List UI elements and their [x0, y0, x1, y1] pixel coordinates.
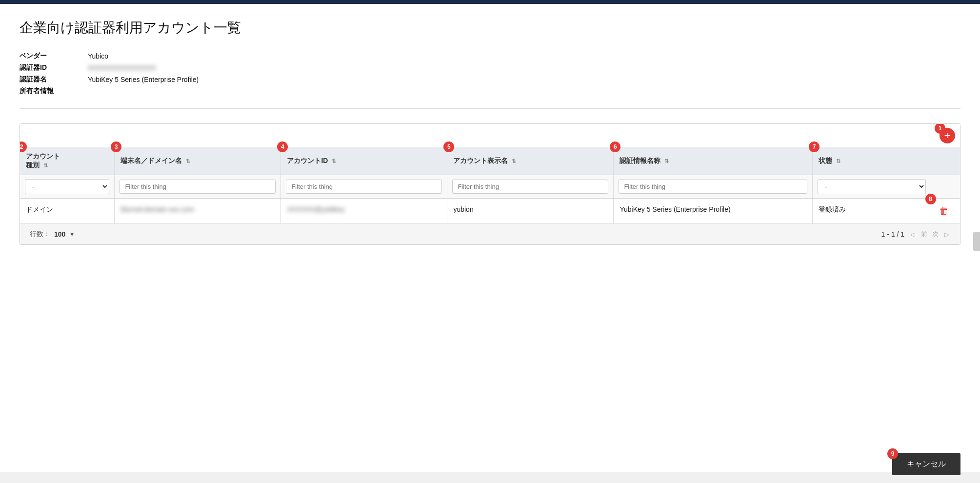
plus-icon: + [944, 130, 951, 141]
bottom-bar: 9 キャンセル [0, 445, 980, 483]
add-btn-container: 1 + [20, 124, 960, 147]
delete-button[interactable]: 🗑 [937, 205, 951, 217]
table-body: ドメイン blurred-domain-xxx.com XXXXXX@yubik… [20, 199, 960, 224]
owner-label: 所有者情報 [20, 87, 88, 96]
authenticator-name-label: 認証器名 [20, 75, 88, 84]
filter-actions-cell [931, 175, 960, 199]
table-footer: 行数： 100 ▼ 1 - 1 / 1 ◁ 前 次 ▷ [20, 223, 960, 244]
table-header-row: 2 アカウント種別 ⇅ 3 端末名／ドメイン名 ⇅ 4 アカウントID ⇅ [20, 147, 960, 175]
authenticator-id-value: XXXXXXXXXXXXXXX [88, 64, 156, 72]
badge-8: 8 [925, 194, 936, 204]
col-account-type: 2 アカウント種別 ⇅ [20, 147, 115, 175]
rows-label: 行数： [30, 230, 50, 239]
sort-icon-auth-info: ⇅ [664, 158, 669, 164]
badge-5: 5 [443, 141, 454, 152]
filter-account-type-cell: - ドメイン [20, 175, 115, 199]
badge-7: 7 [809, 141, 820, 152]
scroll-handle[interactable] [973, 232, 980, 251]
filter-account-display-input[interactable] [452, 180, 608, 194]
sort-icon-device-name: ⇅ [186, 158, 190, 164]
badge-3: 3 [111, 141, 121, 152]
filter-account-display-cell [447, 175, 614, 199]
pagination: 1 - 1 / 1 ◁ 前 次 ▷ [881, 230, 950, 239]
next-label: 次 [932, 230, 939, 239]
authenticator-name-value: YubiKey 5 Series (Enterprise Profile) [88, 76, 199, 83]
top-border [0, 0, 980, 4]
owner-row: 所有者情報 [20, 87, 960, 96]
page-title: 企業向け認証器利用アカウント一覧 [20, 19, 960, 37]
vendor-value: Yubico [88, 52, 108, 60]
account-id-value: XXXXXX@yubikey [287, 205, 344, 213]
col-account-id: 4 アカウントID ⇅ [281, 147, 447, 175]
sort-icon-account-display: ⇅ [512, 158, 516, 164]
device-name-value: blurred-domain-xxx.com [120, 205, 194, 213]
vendor-row: ベンダー Yubico [20, 52, 960, 60]
col-device-name: 3 端末名／ドメイン名 ⇅ [115, 147, 281, 175]
cancel-button[interactable]: キャンセル [892, 453, 960, 475]
cell-actions: 8 🗑 [931, 199, 960, 224]
cancel-btn-wrapper: 9 キャンセル [892, 453, 960, 475]
main-panel: 企業向け認証器利用アカウント一覧 ベンダー Yubico 認証器ID XXXXX… [0, 4, 980, 472]
col-account-display: 5 アカウント表示名 ⇅ [447, 147, 614, 175]
info-section: ベンダー Yubico 認証器ID XXXXXXXXXXXXXXX 認証器名 Y… [20, 52, 960, 109]
authenticator-name-row: 認証器名 YubiKey 5 Series (Enterprise Profil… [20, 75, 960, 84]
cell-auth-info: YubiKey 5 Series (Enterprise Profile) [614, 199, 813, 224]
filter-status-cell: - 登録済み [813, 175, 931, 199]
col-auth-info: 6 認証情報名称 ⇅ [614, 147, 813, 175]
sort-icon-account-id: ⇅ [332, 158, 336, 164]
badge-9: 9 [887, 448, 898, 459]
cell-account-display: yubion [447, 199, 614, 224]
col-status: 7 状態 ⇅ [813, 147, 931, 175]
cell-account-type: ドメイン [20, 199, 115, 224]
sort-icon-account-type: ⇅ [43, 162, 48, 169]
add-btn-wrapper: 1 + [940, 128, 955, 143]
table-container: 1 + 2 アカウント種別 ⇅ 3 端末名／ドメイン名 [20, 123, 960, 245]
prev-label: 前 [921, 230, 927, 239]
authenticator-id-row: 認証器ID XXXXXXXXXXXXXXX [20, 63, 960, 72]
rows-dropdown-icon: ▼ [69, 231, 75, 237]
table-filter-row: - ドメイン [20, 175, 960, 199]
filter-account-id-input[interactable] [286, 180, 442, 194]
filter-auth-info-cell [614, 175, 813, 199]
rows-value[interactable]: 100 [54, 230, 65, 238]
page-info: 1 - 1 / 1 [881, 230, 904, 238]
table-row: ドメイン blurred-domain-xxx.com XXXXXX@yubik… [20, 199, 960, 224]
cell-status: 登録済み [813, 199, 931, 224]
filter-auth-info-input[interactable] [619, 180, 807, 194]
filter-device-name-input[interactable] [120, 180, 276, 194]
cell-device-name: blurred-domain-xxx.com [115, 199, 281, 224]
filter-status-select[interactable]: - 登録済み [818, 179, 925, 194]
badge-4: 4 [277, 141, 288, 152]
authenticator-id-label: 認証器ID [20, 63, 88, 72]
sort-icon-status: ⇅ [836, 158, 840, 164]
badge-6: 6 [610, 141, 620, 152]
cell-account-id: XXXXXX@yubikey [281, 199, 447, 224]
prev-page-button[interactable]: ◁ [909, 231, 916, 238]
filter-account-id-cell [281, 175, 447, 199]
data-table: 2 アカウント種別 ⇅ 3 端末名／ドメイン名 ⇅ 4 アカウントID ⇅ [20, 147, 960, 223]
filter-account-type-select[interactable]: - ドメイン [25, 179, 109, 194]
badge-1: 1 [935, 123, 945, 134]
filter-device-name-cell [115, 175, 281, 199]
next-page-button[interactable]: ▷ [943, 231, 950, 238]
col-actions [931, 147, 960, 175]
rows-per-page: 行数： 100 ▼ [30, 230, 75, 239]
vendor-label: ベンダー [20, 52, 88, 60]
